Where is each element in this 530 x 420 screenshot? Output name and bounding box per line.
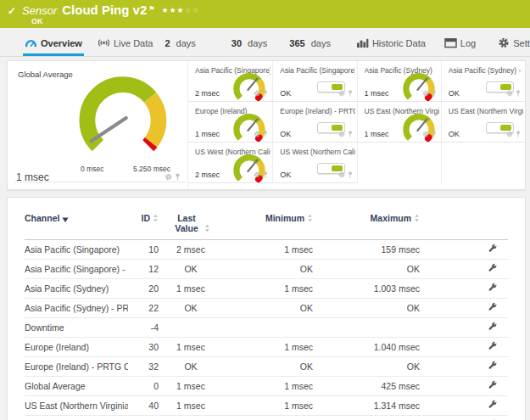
tab-log[interactable]: Log — [443, 32, 477, 56]
column-header-last-value[interactable]: Last Value — [159, 206, 223, 240]
cell-maximum: 1.003 msec — [313, 279, 420, 299]
channel-settings-wrench-icon[interactable] — [488, 341, 498, 351]
gear-icon[interactable] — [338, 131, 345, 137]
cell-minimum: OK — [223, 260, 313, 279]
channel-settings-wrench-icon[interactable] — [488, 244, 498, 254]
gear-icon[interactable] — [254, 131, 260, 137]
channel-settings-wrench-icon[interactable] — [488, 400, 498, 410]
gear-icon[interactable] — [422, 90, 429, 97]
cell-id: -4 — [128, 318, 159, 338]
tab-2-days-number: 2 — [165, 38, 170, 48]
cell-minimum: OK — [223, 357, 313, 377]
channel-settings-wrench-icon[interactable] — [488, 283, 498, 293]
tab-historic-data[interactable]: Historic Data — [354, 32, 427, 56]
tab-settings[interactable]: Settings — [496, 32, 530, 56]
pin-icon[interactable] — [175, 173, 181, 181]
pin-icon[interactable] — [263, 90, 268, 97]
sort-icon — [307, 214, 313, 222]
cell-channel: Asia Pacific (Singapore) - ... — [25, 260, 128, 279]
cell-id: 12 — [128, 260, 159, 279]
cell-minimum: 1 msec — [223, 338, 313, 357]
pin-icon[interactable] — [432, 131, 437, 137]
channel-table-card: Channel ID Last Value Minimum Maximum As… — [7, 197, 526, 420]
cell-channel: Downtime — [25, 318, 128, 338]
gear-icon[interactable] — [338, 90, 345, 97]
empty-grid-cell — [441, 143, 525, 183]
sort-icon — [153, 214, 159, 222]
channel-panel-value: 1 msec — [365, 130, 389, 138]
channel-panel-title: Asia Pacific (Singapore) - PR... — [280, 66, 354, 75]
tab-365-days[interactable]: 365 days — [287, 32, 332, 56]
channel-panel-value: 2 msec — [195, 171, 220, 179]
channel-panel-sydney: Asia Pacific (Sydney) 1 msec — [357, 61, 441, 102]
gear-icon[interactable] — [506, 90, 513, 97]
table-row: Asia Pacific (Singapore) - ... 12 OK OK … — [25, 260, 508, 279]
channel-settings-wrench-icon[interactable] — [488, 263, 498, 273]
chart-icon — [356, 37, 369, 48]
gear-icon[interactable] — [254, 90, 260, 97]
channel-panel-value: OK — [449, 89, 460, 98]
channel-settings-wrench-icon[interactable] — [488, 380, 498, 390]
cell-minimum: 1 msec — [223, 396, 313, 416]
cell-maximum: 425 msec — [313, 377, 420, 396]
cell-last-value: 1 msec — [159, 396, 223, 416]
tab-30-days[interactable]: 30 days — [230, 32, 270, 56]
toggle-knob — [332, 84, 343, 90]
priority-flag-icon[interactable]: ⚑ — [148, 5, 154, 13]
priority-stars[interactable]: ★★★☆☆ — [161, 6, 199, 14]
pin-icon[interactable] — [263, 131, 268, 137]
cell-minimum: 1 msec — [223, 240, 313, 260]
channel-gauge — [232, 112, 266, 146]
cell-channel: Europe (Ireland) - PRTG Cl... — [25, 357, 128, 377]
tab-30-days-number: 30 — [232, 38, 242, 48]
table-row: Downtime -4 — [25, 318, 508, 338]
overview-gauges-card: Global Average 0 msec 5.250 msec 1 msec … — [7, 60, 526, 190]
column-header-label: Minimum — [265, 213, 304, 223]
column-header-maximum[interactable]: Maximum — [313, 206, 420, 240]
gear-icon[interactable] — [254, 171, 260, 178]
channel-gauge — [402, 112, 436, 146]
pin-icon[interactable] — [432, 90, 437, 97]
channel-gauge — [402, 71, 436, 105]
broadcast-icon — [98, 37, 110, 48]
cell-maximum: 1.040 msec — [313, 338, 420, 357]
tab-overview[interactable]: Overview — [23, 32, 84, 56]
pin-icon[interactable] — [348, 171, 353, 178]
gauge-scale-max: 5.250 msec — [133, 165, 170, 173]
column-header-channel[interactable]: Channel — [25, 206, 128, 240]
pin-icon[interactable] — [516, 90, 521, 97]
gear-icon[interactable] — [506, 131, 513, 137]
pin-icon[interactable] — [263, 171, 268, 178]
pin-icon[interactable] — [516, 131, 521, 137]
gear-icon[interactable] — [338, 171, 345, 178]
channel-settings-wrench-icon[interactable] — [488, 322, 498, 332]
channel-panel-ireland: Europe (Ireland) 1 msec — [188, 102, 272, 143]
overview-gauge-icon — [25, 37, 37, 48]
channel-panel-title: Europe (Ireland) - PRTG Cloud... — [280, 107, 354, 115]
channel-settings-wrench-icon[interactable] — [488, 361, 498, 371]
gear-icon[interactable] — [165, 173, 172, 181]
cell-channel: Asia Pacific (Singapore) — [25, 240, 128, 260]
toggle-knob — [332, 165, 343, 171]
channel-panel-value: OK — [280, 171, 291, 179]
tab-2-days[interactable]: 2 days — [163, 32, 197, 56]
cell-id: 42 — [128, 416, 159, 420]
global-average-title: Global Average — [18, 70, 73, 79]
column-header-minimum[interactable]: Minimum — [223, 206, 313, 240]
tab-log-label: Log — [460, 38, 476, 48]
channel-gauge-grid: Asia Pacific (Singapore) 2 msec Asia Pac… — [188, 61, 525, 189]
gear-icon[interactable] — [422, 131, 429, 137]
table-row: Asia Pacific (Sydney) - PR... 22 OK OK O… — [25, 299, 508, 318]
channel-settings-wrench-icon[interactable] — [488, 302, 498, 312]
tab-live-data[interactable]: Live Data — [96, 32, 154, 56]
column-header-actions — [420, 206, 508, 240]
pin-icon[interactable] — [348, 90, 353, 97]
pin-icon[interactable] — [348, 131, 353, 137]
cell-last-value: OK — [159, 416, 223, 420]
cell-last-value: OK — [159, 260, 223, 279]
column-header-id[interactable]: ID — [128, 206, 159, 240]
global-average-panel: Global Average 0 msec 5.250 msec 1 msec — [8, 61, 188, 189]
log-table-icon — [444, 37, 457, 48]
empty-grid-cell — [357, 143, 441, 183]
cell-last-value: OK — [159, 357, 223, 377]
